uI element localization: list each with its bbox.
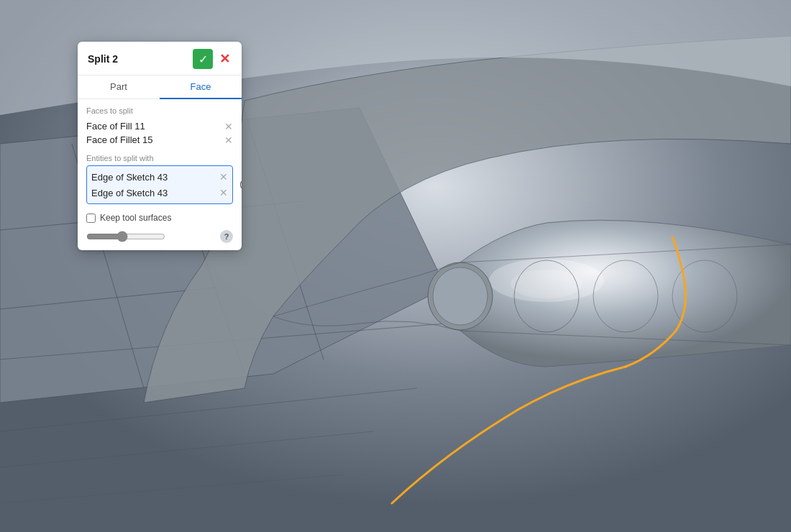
svg-point-21 [241, 180, 242, 191]
keep-tool-label: Keep tool surfaces [100, 213, 171, 223]
face-item-2-label: Face of Fillet 15 [86, 134, 153, 145]
dialog-title: Split 2 [88, 53, 118, 65]
entities-box[interactable]: Edge of Sketch 43 ✕ Edge of Sketch 43 ✕ [86, 165, 233, 204]
entities-box-wrapper: Edge of Sketch 43 ✕ Edge of Sketch 43 ✕ [86, 165, 233, 204]
face-item-2-remove[interactable]: ✕ [224, 135, 233, 145]
slider-row: ? [86, 230, 233, 243]
help-button[interactable]: ? [220, 230, 233, 243]
cancel-button[interactable]: ✕ [214, 49, 234, 69]
confirm-button[interactable]: ✓ [193, 49, 213, 69]
entity-item-2-label: Edge of Sketch 43 [91, 188, 168, 198]
face-item-1: Face of Fill 11 ✕ [86, 119, 233, 133]
dialog-body: Faces to split Face of Fill 11 ✕ Face of… [78, 99, 242, 250]
entity-item-2-remove[interactable]: ✕ [219, 187, 228, 198]
face-item-1-label: Face of Fill 11 [86, 121, 145, 132]
face-item-1-remove[interactable]: ✕ [224, 121, 233, 132]
tab-part[interactable]: Part [78, 75, 160, 99]
quality-slider[interactable] [86, 231, 165, 242]
keep-tool-row: Keep tool surfaces [86, 213, 233, 223]
keep-tool-checkbox[interactable] [86, 214, 96, 223]
tab-face[interactable]: Face [160, 75, 242, 99]
entity-item-1-remove[interactable]: ✕ [219, 171, 228, 183]
tabs-container: Part Face [78, 75, 242, 99]
dialog-header-buttons: ✓ ✕ [193, 49, 234, 69]
entity-item-1-label: Edge of Sketch 43 [91, 172, 168, 183]
entities-section: Entities to split with Edge of Sketch 43… [86, 154, 233, 204]
clock-icon-button[interactable] [237, 176, 242, 193]
svg-point-15 [433, 267, 488, 325]
face-item-2: Face of Fillet 15 ✕ [86, 133, 233, 147]
entities-section-label: Entities to split with [86, 154, 233, 162]
entity-item-1: Edge of Sketch 43 ✕ [91, 169, 228, 185]
dialog-header: Split 2 ✓ ✕ [78, 42, 242, 75]
split-dialog: Split 2 ✓ ✕ Part Face Faces to split Fac… [78, 42, 242, 250]
faces-section-label: Faces to split [86, 106, 233, 115]
entity-item-2: Edge of Sketch 43 ✕ [91, 185, 228, 201]
